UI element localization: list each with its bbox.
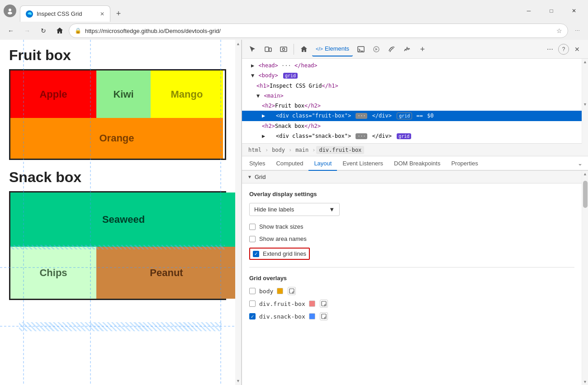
tree-scroll-down[interactable]: ▼ bbox=[582, 101, 588, 108]
tree-scroll-up[interactable]: ▲ bbox=[582, 59, 588, 65]
navigation-bar: ← → ↻ 🔒 https://microsoftedge.github.io/… bbox=[0, 22, 588, 40]
profile-icon[interactable] bbox=[4, 5, 16, 17]
new-tab-button[interactable]: + bbox=[110, 5, 127, 22]
address-bar[interactable]: 🔒 https://microsoftedge.github.io/Demos/… bbox=[69, 23, 568, 38]
performance-button[interactable] bbox=[400, 42, 414, 56]
seaweed-cell: Seaweed bbox=[10, 192, 235, 247]
elements-panel-button[interactable]: </> Elements bbox=[312, 42, 353, 56]
home-button[interactable] bbox=[52, 23, 67, 38]
breadcrumb-main[interactable]: main bbox=[293, 146, 311, 154]
device-emulation-button[interactable] bbox=[261, 42, 275, 56]
overlay-snack-box-checkbox[interactable]: ✓ bbox=[249, 313, 256, 319]
forward-button[interactable]: → bbox=[20, 23, 34, 38]
back-button[interactable]: ← bbox=[4, 23, 18, 38]
favorite-icon[interactable]: ☆ bbox=[556, 27, 562, 34]
devtools-toolbar: </> Elements bbox=[242, 40, 588, 59]
show-area-names-checkbox[interactable] bbox=[249, 236, 256, 242]
overlay-body-color[interactable] bbox=[277, 288, 283, 294]
tab-layout[interactable]: Layout bbox=[308, 156, 337, 171]
scroll-up-icon[interactable]: ▲ bbox=[235, 41, 241, 47]
tree-scroll-track bbox=[582, 65, 588, 101]
tree-main[interactable]: ▼ <main> bbox=[242, 91, 582, 101]
show-track-sizes-row: Show track sizes bbox=[249, 223, 574, 230]
svg-rect-11 bbox=[280, 47, 287, 52]
tree-div-fruit[interactable]: ▶ <div class="fruit-box"> ··· </div> gri… bbox=[242, 111, 582, 121]
close-button[interactable]: ✕ bbox=[564, 4, 584, 18]
tab-properties[interactable]: Properties bbox=[446, 156, 484, 171]
dropdown-arrow-icon: ▼ bbox=[329, 206, 335, 213]
show-track-sizes-checkbox[interactable] bbox=[249, 224, 256, 230]
sources-button[interactable] bbox=[369, 42, 384, 56]
overlay-body-label: body bbox=[259, 288, 273, 295]
extend-grid-lines-checkbox[interactable]: ✓ bbox=[253, 251, 259, 257]
layout-panel: ▼ Grid Overlay display settings Hide lin… bbox=[242, 171, 582, 385]
settings-divider bbox=[249, 267, 574, 268]
tree-h2-snack[interactable]: <h2>Snack box</h2> bbox=[242, 121, 582, 131]
tree-h1[interactable]: <h1>Inspect CSS Grid</h1> bbox=[242, 81, 582, 91]
more-tools-button[interactable]: ⋯ bbox=[543, 42, 557, 56]
overlay-body-checkbox[interactable] bbox=[249, 288, 256, 294]
snack-box-ellipsis: ··· bbox=[356, 133, 367, 139]
layout-panel-container: ▼ Grid Overlay display settings Hide lin… bbox=[242, 171, 588, 385]
fruit-grid-badge[interactable]: grid bbox=[397, 113, 412, 119]
grid-hatched-overlay bbox=[19, 322, 222, 331]
overlay-fruit-box-checkbox[interactable] bbox=[249, 300, 256, 307]
breadcrumb-body[interactable]: body bbox=[269, 146, 288, 154]
tab-dom-breakpoints[interactable]: DOM Breakpoints bbox=[389, 156, 446, 171]
grid-section-header[interactable]: ▼ Grid bbox=[242, 171, 582, 183]
tree-h2-fruit[interactable]: <h2>Fruit box</h2> bbox=[242, 101, 582, 111]
tab-more-button[interactable]: ⌄ bbox=[574, 160, 586, 167]
help-button[interactable]: ? bbox=[558, 44, 569, 55]
edge-favicon-icon bbox=[26, 10, 33, 18]
devtools-left-scroll: ▲ ▼ bbox=[235, 40, 242, 385]
network-button[interactable] bbox=[384, 42, 399, 56]
line-labels-dropdown[interactable]: Hide line labels ▼ bbox=[249, 203, 340, 216]
active-tab[interactable]: Inspect CSS Grid ✕ bbox=[20, 5, 110, 22]
collections-button[interactable]: ⋯ bbox=[570, 23, 584, 38]
toolbar-separator-1 bbox=[294, 44, 294, 55]
layout-scroll-up[interactable]: ▲ bbox=[582, 171, 588, 177]
extend-grid-lines-label: Extend grid lines bbox=[263, 250, 306, 257]
tab-bar: Inspect CSS Grid ✕ + bbox=[16, 0, 518, 22]
tree-body[interactable]: ▼ <body> grid bbox=[242, 70, 582, 81]
overlay-snack-box-color[interactable] bbox=[309, 313, 315, 319]
breadcrumb-active[interactable]: div.fruit-box bbox=[316, 146, 364, 154]
tree-scrollbar[interactable]: ▲ ▼ bbox=[582, 59, 588, 144]
svg-point-12 bbox=[283, 48, 285, 50]
layout-scroll-down[interactable]: ▼ bbox=[582, 379, 588, 385]
home-devtools-button[interactable] bbox=[297, 42, 311, 56]
orange-cell: Orange bbox=[10, 118, 223, 159]
maximize-button[interactable]: □ bbox=[541, 4, 562, 18]
body-grid-badge[interactable]: grid bbox=[283, 73, 298, 79]
tree-head[interactable]: ▶ <head> ··· </head> bbox=[242, 61, 582, 70]
svg-point-1 bbox=[8, 12, 12, 14]
inspect-element-button[interactable] bbox=[246, 42, 260, 56]
close-devtools-button[interactable]: ✕ bbox=[570, 42, 584, 56]
overlay-snack-box-icon[interactable] bbox=[320, 312, 328, 320]
tree-div-snack[interactable]: ▶ <div class="snack-box"> ··· </div> gri… bbox=[242, 131, 582, 141]
overlay-snack-box-row: ✓ div.snack-box bbox=[249, 312, 574, 320]
console-button[interactable] bbox=[354, 42, 368, 56]
svg-rect-10 bbox=[269, 48, 271, 52]
fruit-box-ellipsis: ··· bbox=[356, 113, 367, 119]
tab-styles[interactable]: Styles bbox=[244, 156, 270, 171]
grid-section-arrow: ▼ bbox=[247, 174, 252, 179]
overlay-body-icon[interactable] bbox=[288, 287, 296, 295]
refresh-button[interactable]: ↻ bbox=[36, 23, 51, 38]
tab-computed[interactable]: Computed bbox=[270, 156, 308, 171]
layout-scroll-thumb[interactable] bbox=[583, 181, 588, 208]
add-panel-button[interactable]: + bbox=[415, 42, 430, 56]
snack-grid-badge[interactable]: grid bbox=[397, 133, 411, 139]
overlay-fruit-box-color[interactable] bbox=[309, 300, 315, 307]
scroll-down-icon[interactable]: ▼ bbox=[235, 378, 241, 384]
svg-point-0 bbox=[9, 9, 11, 11]
screenshot-button[interactable] bbox=[276, 42, 291, 56]
grid-overlays-title: Grid overlays bbox=[249, 275, 574, 282]
minimize-button[interactable]: ─ bbox=[518, 4, 539, 18]
show-area-names-row: Show area names bbox=[249, 235, 574, 242]
breadcrumb-html[interactable]: html bbox=[246, 146, 264, 154]
tab-close-button[interactable]: ✕ bbox=[100, 11, 104, 17]
overlay-fruit-box-icon[interactable] bbox=[320, 300, 328, 308]
tab-event-listeners[interactable]: Event Listeners bbox=[337, 156, 389, 171]
layout-panel-scrollbar: ▲ ▼ bbox=[582, 171, 588, 385]
